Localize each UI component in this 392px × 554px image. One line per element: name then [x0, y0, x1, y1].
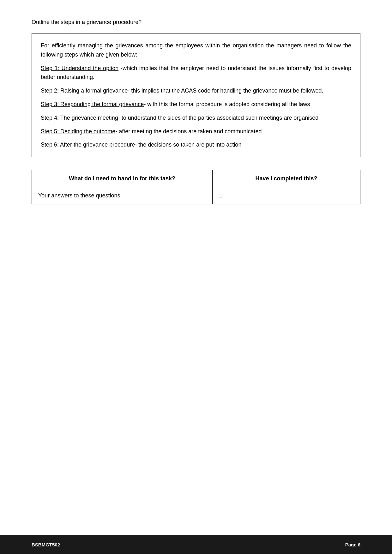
step2-rest: - this implies that the ACAS code for ha… — [128, 87, 323, 94]
footer-right: Page 6 — [345, 542, 360, 547]
checklist-row-left: Your answers to these questions — [32, 187, 213, 204]
step3-label: Step 3: Responding the formal grievance — [41, 101, 144, 107]
checklist-header-left: What do I need to hand in for this task? — [32, 170, 213, 187]
step4-para: Step 4: The grievance meeting- to unders… — [41, 113, 351, 123]
intro-question: Outline the steps in a grievance procedu… — [32, 19, 360, 26]
step5-para: Step 5: Deciding the outcome- after meet… — [41, 127, 351, 136]
answer-box: For efficiently managing the grievances … — [32, 33, 360, 157]
footer: BSBMGT502 Page 6 — [0, 535, 392, 554]
step6-label: Step 6: After the grievance procedure — [41, 142, 135, 148]
step6-para: Step 6: After the grievance procedure- t… — [41, 140, 351, 149]
step2-label: Step 2: Raising a formal grievance — [41, 87, 128, 94]
checklist-table: What do I need to hand in for this task?… — [32, 170, 360, 204]
footer-left: BSBMGT502 — [32, 542, 60, 547]
step4-label: Step 4: The grievance meeting — [41, 115, 118, 121]
step6-rest: - the decisions so taken are put into ac… — [135, 142, 241, 148]
step5-label: Step 5: Deciding the outcome — [41, 128, 115, 135]
step1-label: Step 1: Understand the option — [41, 65, 118, 71]
answer-opening: For efficiently managing the grievances … — [41, 41, 351, 59]
checklist-row-right[interactable]: □ — [213, 187, 360, 204]
step3-para: Step 3: Responding the formal grievance-… — [41, 100, 351, 109]
page-content: Outline the steps in a grievance procedu… — [0, 0, 392, 255]
step4-rest: - to understand the sides of the parties… — [118, 115, 318, 121]
checklist-header-row: What do I need to hand in for this task?… — [32, 170, 360, 187]
checklist-header-right: Have I completed this? — [213, 170, 360, 187]
step5-rest: - after meeting the decisions are taken … — [115, 128, 262, 135]
step1-para: Step 1: Understand the option -which imp… — [41, 64, 351, 82]
checklist-row: Your answers to these questions □ — [32, 187, 360, 204]
step3-rest: - with this the formal procedure is adop… — [144, 101, 310, 107]
step2-para: Step 2: Raising a formal grievance- this… — [41, 86, 351, 95]
